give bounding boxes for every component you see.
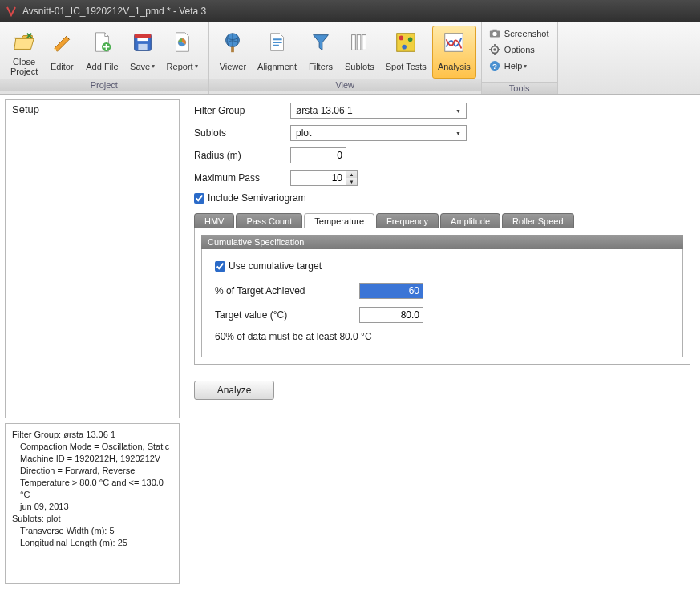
window-title: Avsnitt-01_IC_1920212V_1_pmd * - Veta 3 <box>22 6 206 17</box>
sublots-label: Sublots <box>345 57 374 76</box>
save-label: Save▾ <box>130 57 155 76</box>
tab-temperature[interactable]: Temperature <box>304 213 374 228</box>
svg-point-17 <box>492 32 496 36</box>
analysis-button[interactable]: Analysis <box>432 26 476 79</box>
camera-icon <box>488 27 501 40</box>
report-icon <box>169 30 195 55</box>
svg-rect-11 <box>397 34 415 52</box>
tab-page-temperature: Cumulative Specification Use cumulative … <box>194 228 690 365</box>
filter-group-value: ørsta 13.06 1 <box>296 105 353 116</box>
include-semivariogram-input[interactable] <box>194 193 204 204</box>
editor-button[interactable]: Editor <box>43 26 80 79</box>
svg-rect-8 <box>352 35 356 50</box>
sidebar: Setup Filter Group: ørsta 13.06 1 Compac… <box>0 95 184 589</box>
filter-group-select[interactable]: ørsta 13.06 1 ▼ <box>290 103 467 119</box>
tab-hmv[interactable]: HMV <box>194 213 234 228</box>
spec-header: Cumulative Specification <box>201 235 683 249</box>
alignment-label: Alignment <box>257 57 297 76</box>
screenshot-label: Screenshot <box>504 29 549 38</box>
sublots-label: Sublots <box>194 127 290 139</box>
globe-icon <box>220 30 245 55</box>
group-label-view: View <box>209 79 481 91</box>
setup-title: Setup <box>6 100 179 119</box>
pct-target-label: % of Target Achieved <box>215 285 359 297</box>
svg-rect-18 <box>492 30 496 32</box>
help-icon: ? <box>488 59 501 72</box>
tab-amplitude[interactable]: Amplitude <box>440 213 500 228</box>
include-semivariogram-label: Include Semivariogram <box>208 192 306 204</box>
maxpass-input[interactable] <box>290 170 346 186</box>
options-button[interactable]: Options <box>482 42 557 58</box>
target-value-label: Target value (°C) <box>215 309 359 321</box>
filters-label: Filters <box>309 57 333 76</box>
svg-point-13 <box>408 37 413 42</box>
alignment-button[interactable]: Alignment <box>252 26 302 79</box>
radius-label: Radius (m) <box>194 150 290 161</box>
info-panel: Filter Group: ørsta 13.06 1 Compaction M… <box>5 423 180 584</box>
use-cumulative-input[interactable] <box>215 261 225 272</box>
sublots-select[interactable]: plot ▼ <box>290 125 467 141</box>
svg-text:?: ? <box>492 62 497 71</box>
analysis-icon <box>441 30 467 55</box>
sublots-button[interactable]: Sublots <box>339 26 380 79</box>
tab-frequency[interactable]: Frequency <box>376 213 439 228</box>
pencil-icon <box>49 30 75 55</box>
titlebar: Avsnitt-01_IC_1920212V_1_pmd * - Veta 3 <box>0 0 700 22</box>
maxpass-label: Maximum Pass <box>194 172 290 184</box>
ribbon-group-view: Viewer Alignment Filters Sublots <box>209 22 482 94</box>
spinner-up-icon[interactable]: ▲ <box>346 171 357 178</box>
chevron-down-icon: ▼ <box>452 108 464 114</box>
filters-button[interactable]: Filters <box>302 26 339 79</box>
include-semivariogram-checkbox[interactable]: Include Semivariogram <box>194 192 690 204</box>
viewer-button[interactable]: Viewer <box>214 26 252 79</box>
spinner-down-icon[interactable]: ▼ <box>346 178 357 185</box>
analysis-label: Analysis <box>438 57 471 76</box>
svg-point-12 <box>399 36 404 41</box>
analyze-button[interactable]: Analyze <box>194 381 274 400</box>
use-cumulative-checkbox[interactable]: Use cumulative target <box>215 260 670 272</box>
file-add-icon <box>89 30 115 55</box>
info-line: Compaction Mode = Oscillation, Static <box>12 441 172 453</box>
spec-hint: 60% of data must be at least 80.0 °C <box>215 331 670 342</box>
group-label-project: Project <box>0 79 208 91</box>
screenshot-button[interactable]: Screenshot <box>482 26 557 42</box>
funnel-icon <box>308 30 334 55</box>
report-button[interactable]: Report▾ <box>161 26 204 79</box>
target-value-input[interactable] <box>359 307 423 323</box>
svg-rect-7 <box>231 47 234 53</box>
add-file-button[interactable]: Add File <box>80 26 123 79</box>
folder-open-icon <box>11 30 37 55</box>
chevron-down-icon: ▾ <box>195 62 198 71</box>
svg-rect-10 <box>362 35 366 50</box>
tab-passcount[interactable]: Pass Count <box>236 213 302 228</box>
app-icon <box>5 5 18 18</box>
analyze-label: Analyze <box>217 385 252 396</box>
spot-tests-icon <box>393 30 419 55</box>
use-cumulative-label: Use cumulative target <box>229 260 322 272</box>
maxpass-spinner[interactable]: ▲ ▼ <box>346 170 358 186</box>
radius-input[interactable] <box>290 147 346 163</box>
pct-target-input[interactable] <box>359 283 423 299</box>
ribbon: CloseProject Editor Add File Save▾ <box>0 22 700 95</box>
svg-point-20 <box>493 48 496 51</box>
editor-label: Editor <box>51 57 74 76</box>
info-line: Machine ID = 1920212H, 1920212V <box>12 453 172 465</box>
info-line: jun 09, 2013 <box>12 501 172 513</box>
spot-tests-label: Spot Tests <box>386 57 427 76</box>
help-button[interactable]: ? Help ▾ <box>482 58 557 74</box>
svg-rect-4 <box>134 34 151 38</box>
chevron-down-icon: ▾ <box>524 63 527 70</box>
info-line: Temperature > 80.0 °C and <= 130.0 °C <box>12 477 172 501</box>
setup-body <box>6 119 179 418</box>
info-line: Direction = Forward, Reverse <box>12 465 172 477</box>
report-label: Report▾ <box>167 57 198 76</box>
save-button[interactable]: Save▾ <box>124 26 161 79</box>
tab-rollerspeed[interactable]: Roller Speed <box>502 213 574 228</box>
close-project-button[interactable]: CloseProject <box>5 26 43 79</box>
spot-tests-button[interactable]: Spot Tests <box>380 26 432 79</box>
spec-body: Use cumulative target % of Target Achiev… <box>201 249 683 357</box>
help-label: Help <box>504 61 523 71</box>
save-icon <box>130 30 156 55</box>
info-line: Filter Group: ørsta 13.06 1 <box>12 429 172 441</box>
gear-icon <box>488 43 501 56</box>
